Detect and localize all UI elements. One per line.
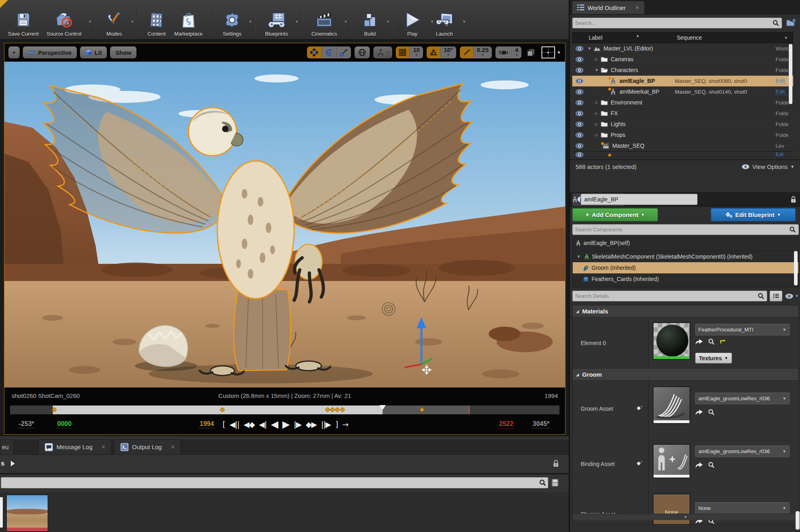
browse-to-asset-icon[interactable]	[708, 409, 715, 416]
launch-button[interactable]: Launch ▾	[431, 8, 463, 38]
browse-to-asset-icon[interactable]	[708, 462, 715, 468]
edit-blueprint-button[interactable]: Edit Blueprint ▼	[711, 208, 796, 221]
property-matrix-button[interactable]	[770, 291, 782, 301]
range-end-field[interactable]: 3045*	[532, 420, 550, 428]
edit-sequence-link[interactable]: Edit	[776, 78, 788, 84]
components-search[interactable]	[572, 224, 799, 235]
outliner-row-props[interactable]: ▷ Props Folder	[572, 130, 793, 141]
expander-closed-icon[interactable]: ▷	[594, 133, 599, 137]
play-button[interactable]: Play ▾	[399, 8, 431, 38]
materials-section-header[interactable]: ◢ Materials	[573, 305, 798, 317]
step-back-button[interactable]: ◀|	[259, 419, 267, 430]
expander-open-icon[interactable]: ▼	[594, 68, 599, 72]
world-space-button[interactable]	[355, 46, 370, 58]
sequence-column-header[interactable]: Sequence	[677, 34, 702, 41]
build-button[interactable]: Build ▾	[356, 8, 387, 38]
outliner-row-master-lvl[interactable]: ▼ Master_LVL (Editor) World	[572, 43, 793, 54]
material-thumbnail[interactable]	[653, 322, 690, 360]
display-filter-eye-icon[interactable]: ▼	[785, 293, 799, 299]
level-viewport[interactable]: ▼ Perspective Lit Show	[4, 43, 565, 435]
perspective-button[interactable]: Perspective	[23, 46, 77, 58]
grid-snap-value[interactable]: 10▼	[410, 46, 423, 58]
outliner-search[interactable]	[572, 18, 782, 28]
expander-open-icon[interactable]: ▼	[587, 46, 592, 50]
tab-output-log[interactable]: Output Log ✕	[114, 439, 181, 454]
expander-closed-icon[interactable]: ▷	[594, 122, 599, 126]
groom-asset-dropdown[interactable]: amlEagle_groomLowRes_r036 ▼	[695, 393, 790, 404]
scale-snap-value[interactable]: 0.25▼	[474, 46, 492, 58]
surface-snapping-button[interactable]: ▾	[373, 46, 392, 58]
outliner-row-characters[interactable]: ▼ Characters Folder	[572, 65, 793, 76]
edit-sequence-link[interactable]: Edi	[776, 151, 788, 158]
component-row-self[interactable]: amlEagle_BP(self)	[573, 237, 798, 249]
content-search-input[interactable]	[1, 480, 539, 486]
visibility-eye-icon[interactable]	[572, 132, 587, 138]
save-search-icon[interactable]	[551, 479, 559, 487]
set-start-button[interactable]: [	[223, 419, 225, 430]
level-asset-thumbnail[interactable]	[6, 495, 48, 532]
source-control-button[interactable]: Source Control ▾	[43, 8, 89, 38]
components-search-input[interactable]	[575, 227, 789, 233]
view-options-button[interactable]: View Options ▼	[742, 163, 794, 170]
details-search-input[interactable]	[575, 293, 758, 299]
outliner-row-partial[interactable]: Edi	[572, 151, 793, 158]
move-tool-button[interactable]	[307, 46, 322, 58]
visibility-eye-icon[interactable]	[572, 152, 587, 157]
maximize-viewport-button[interactable]	[527, 48, 535, 57]
close-icon[interactable]: ✕	[170, 444, 175, 450]
tab-message-log[interactable]: Message Log ✕	[38, 439, 112, 454]
edit-sequence-link[interactable]: Edit	[776, 88, 788, 95]
visibility-eye-icon[interactable]	[572, 143, 587, 149]
close-icon[interactable]: ✕	[101, 444, 106, 450]
modes-button[interactable]: Modes ▾	[100, 8, 131, 38]
cinematics-button[interactable]: Cinematics ▾	[307, 8, 344, 38]
visibility-eye-icon[interactable]	[572, 89, 587, 94]
components-scrollbar[interactable]	[794, 251, 798, 285]
outliner-row-master-seq[interactable]: Master_SEQ Lev	[572, 141, 793, 151]
expander-closed-icon[interactable]: ▷	[594, 100, 599, 104]
playback-end-field[interactable]: 2522	[498, 420, 514, 428]
viewport-options-button[interactable]: ▼	[8, 46, 20, 58]
binding-asset-thumbnail[interactable]	[653, 444, 690, 478]
rotate-tool-button[interactable]	[322, 46, 337, 58]
column-filter-icon[interactable]: ▼	[784, 36, 788, 40]
browse-to-asset-icon[interactable]	[708, 338, 715, 345]
use-selected-asset-icon[interactable]	[695, 339, 703, 345]
settings-button[interactable]: Settings ▾	[219, 8, 249, 38]
rotation-snap-toggle[interactable]	[427, 46, 441, 58]
create-folder-icon[interactable]	[786, 18, 796, 27]
lock-icon[interactable]	[553, 460, 559, 468]
camera-speed-value[interactable]: 4▼	[512, 46, 521, 58]
outliner-scrollbar[interactable]	[789, 44, 792, 104]
component-row-skeletalmesh[interactable]: ▼ SkeletalMeshComponent (SkeletalMeshCom…	[573, 251, 798, 262]
visibility-eye-icon[interactable]	[572, 78, 587, 84]
partial-asset-thumbnail[interactable]	[0, 497, 3, 528]
add-component-button[interactable]: + Add Component ▼	[572, 208, 658, 221]
use-selected-asset-icon[interactable]	[695, 462, 703, 468]
label-column-header[interactable]: Label	[589, 34, 602, 41]
loop-mode-button[interactable]: →	[342, 419, 348, 430]
add-keyframe-icon[interactable]: ◆+	[637, 405, 643, 411]
groom-section-header[interactable]: ◢ Groom	[573, 369, 798, 381]
outliner-row-amlmeerkat-bp[interactable]: amlMeerkat_BP Master_SEQ, shot0140, shot…	[572, 86, 793, 97]
previous-key-button[interactable]: ◀◆	[244, 419, 255, 430]
visibility-eye-icon[interactable]	[572, 57, 587, 62]
marketplace-button[interactable]: Marketplace	[170, 8, 207, 38]
use-selected-asset-icon[interactable]	[695, 409, 703, 416]
viewport-layout-button[interactable]: ▼	[541, 46, 561, 58]
outliner-row-environment[interactable]: ▷ Environment Folder	[572, 97, 793, 108]
expander-closed-icon[interactable]: ▷	[594, 57, 599, 61]
filters-expand-arrow-icon[interactable]	[11, 461, 15, 466]
content-button[interactable]: Content	[143, 8, 170, 38]
add-keyframe-icon[interactable]: ◆+	[637, 460, 643, 466]
visibility-eye-icon[interactable]	[572, 111, 587, 116]
reset-to-default-icon[interactable]	[720, 339, 726, 345]
expander-closed-icon[interactable]: ▷	[594, 111, 599, 115]
outliner-row-lights[interactable]: ▷ Lights Folder	[572, 119, 793, 130]
jump-to-start-button[interactable]: ◀||	[229, 419, 239, 430]
visibility-eye-icon[interactable]	[572, 100, 587, 105]
outliner-search-input[interactable]	[575, 20, 772, 26]
current-frame-field[interactable]: 1994	[199, 420, 215, 428]
outliner-row-amleagle-bp[interactable]: amlEagle_BP Master_SEQ, shot0080, shot0 …	[572, 76, 793, 86]
scale-snap-toggle[interactable]	[460, 46, 474, 58]
